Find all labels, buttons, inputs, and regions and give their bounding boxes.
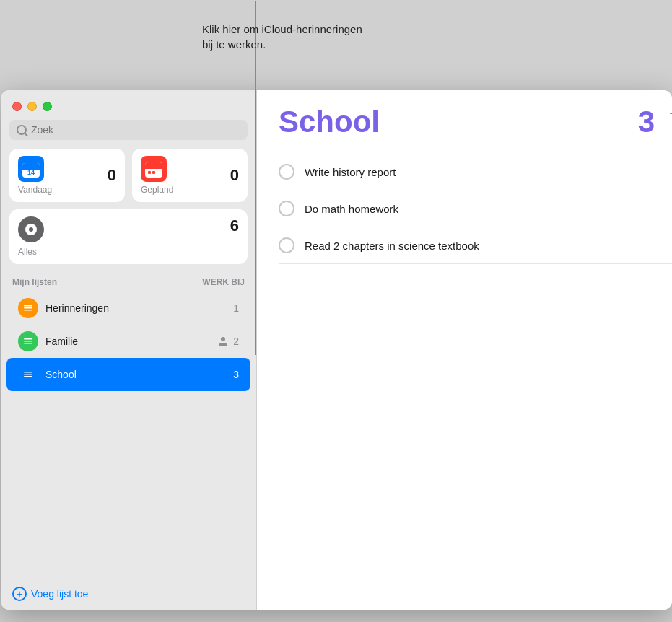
close-button[interactable] <box>12 102 22 111</box>
family-label: Familie <box>45 336 217 347</box>
add-list-footer[interactable]: + Voeg lijst toe <box>1 578 256 610</box>
scheduled-card[interactable]: 0 Gepland <box>132 149 248 202</box>
all-card-icon <box>18 216 44 245</box>
all-card[interactable]: 6 Alles <box>9 209 248 264</box>
task-checkbox-3[interactable] <box>279 237 294 253</box>
fullscreen-button[interactable] <box>43 102 52 111</box>
traffic-lights <box>1 90 256 120</box>
all-card-top: 6 <box>18 216 239 245</box>
search-icon <box>17 125 27 135</box>
svg-rect-6 <box>145 165 162 169</box>
tooltip-pointer-line <box>255 1 256 355</box>
school-icon <box>18 364 38 385</box>
task-item-2: Do math homework <box>279 190 672 227</box>
svg-rect-21 <box>24 372 32 373</box>
svg-rect-17 <box>24 338 32 340</box>
family-count: 2 <box>233 336 239 347</box>
family-badge: 2 <box>217 336 239 347</box>
svg-rect-18 <box>24 341 32 342</box>
sidebar: 14 0 Vandaag <box>1 90 257 610</box>
main-header: School 3 + <box>279 105 672 139</box>
school-icon-svg <box>22 369 34 380</box>
smart-cards-row: 14 0 Vandaag <box>1 149 256 209</box>
list-count-main: 3 <box>638 105 655 139</box>
add-list-icon: + <box>12 587 27 601</box>
scheduled-label: Gepland <box>141 185 239 195</box>
list-item-family[interactable]: Familie 2 <box>6 325 250 358</box>
section-title: Mijn lijsten <box>12 277 57 287</box>
list-item-school[interactable]: School 3 <box>6 358 250 391</box>
list-title: School <box>279 105 380 139</box>
svg-text:14: 14 <box>27 169 35 176</box>
school-label: School <box>45 369 233 380</box>
reminders-label: Herinneringen <box>45 302 233 314</box>
today-card[interactable]: 14 0 Vandaag <box>9 149 125 202</box>
svg-rect-15 <box>24 307 32 309</box>
svg-rect-23 <box>24 376 32 377</box>
reminders-icon <box>18 298 38 318</box>
svg-rect-14 <box>24 305 32 307</box>
scheduled-count: 0 <box>230 166 239 185</box>
svg-point-20 <box>221 337 225 341</box>
minimize-button[interactable] <box>27 102 37 111</box>
all-icon-svg <box>18 216 44 242</box>
add-list-label: Voeg lijst toe <box>31 588 88 600</box>
svg-rect-9 <box>148 171 151 174</box>
reminders-icon-svg <box>22 302 34 314</box>
lists-container: Herinneringen 1 Familie <box>1 292 256 578</box>
task-checkbox-1[interactable] <box>279 164 294 180</box>
today-count: 0 <box>108 166 116 185</box>
search-input[interactable] <box>31 124 240 136</box>
svg-rect-22 <box>24 374 32 375</box>
family-icon <box>18 331 38 351</box>
my-lists-header: Mijn lijsten WERK BIJ <box>1 271 256 292</box>
task-item-3: Read 2 chapters in science textbook <box>279 227 672 264</box>
reminders-count: 1 <box>233 302 239 314</box>
today-icon-svg: 14 <box>21 159 41 179</box>
add-task-button[interactable]: + <box>669 105 672 122</box>
scheduled-icon-svg <box>144 159 164 179</box>
main-content: School 3 + Write history report Do math … <box>257 90 672 610</box>
main-title-area: School 3 + <box>279 105 672 139</box>
school-count: 3 <box>233 369 239 380</box>
tooltip-line1: Klik hier om iCloud-herinneringen <box>202 23 362 35</box>
tooltip-line2: bij te werken. <box>202 38 266 51</box>
reminders-badge: 1 <box>233 302 239 314</box>
svg-rect-16 <box>24 310 32 311</box>
task-text-1: Write history report <box>305 166 396 178</box>
search-bar[interactable] <box>9 120 248 140</box>
task-item-1: Write history report <box>279 154 672 190</box>
shared-person-icon <box>217 336 229 347</box>
task-text-3: Read 2 chapters in science textbook <box>305 240 479 252</box>
today-label: Vandaag <box>18 185 116 195</box>
school-badge: 3 <box>233 369 239 380</box>
today-icon: 14 <box>18 156 44 182</box>
scheduled-icon <box>141 156 167 182</box>
family-icon-svg <box>22 336 34 347</box>
svg-rect-10 <box>152 171 155 174</box>
section-action-button[interactable]: WERK BIJ <box>202 277 245 287</box>
all-count: 6 <box>230 216 239 235</box>
tasks-list: Write history report Do math homework Re… <box>279 154 672 595</box>
svg-rect-19 <box>24 343 32 344</box>
task-checkbox-2[interactable] <box>279 201 294 216</box>
svg-point-13 <box>29 227 33 232</box>
tooltip: Klik hier om iCloud-herinneringen bij te… <box>202 22 362 52</box>
list-item-reminders[interactable]: Herinneringen 1 <box>6 292 250 325</box>
task-text-2: Do math homework <box>305 203 398 215</box>
all-label: Alles <box>18 247 239 257</box>
app-window: 14 0 Vandaag <box>1 90 672 610</box>
